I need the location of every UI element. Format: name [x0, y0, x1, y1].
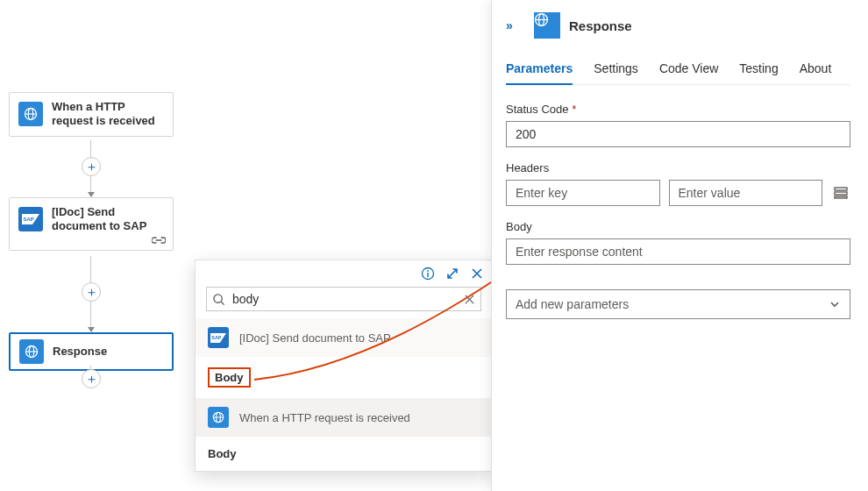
tab-parameters[interactable]: Parameters: [506, 56, 573, 84]
svg-rect-22: [835, 196, 847, 198]
sap-icon: SAP: [208, 327, 229, 348]
panel-title: Response: [569, 18, 632, 33]
token-search-input[interactable]: [231, 291, 459, 307]
svg-point-9: [427, 270, 429, 272]
token-search[interactable]: [206, 287, 481, 311]
body-input[interactable]: [506, 238, 850, 265]
token-group-trigger[interactable]: When a HTTP request is received: [196, 398, 492, 437]
tab-about[interactable]: About: [800, 56, 832, 84]
node-sap[interactable]: SAP [IDoc] Send document to SAP: [9, 197, 174, 251]
svg-rect-21: [835, 192, 847, 195]
token-group-trigger-label: When a HTTP request is received: [239, 411, 410, 424]
token-group-sap[interactable]: SAP [IDoc] Send document to SAP: [196, 318, 492, 357]
headers-label: Headers: [506, 161, 850, 174]
body-label: Body: [506, 220, 850, 233]
search-icon: [212, 293, 225, 306]
tab-settings[interactable]: Settings: [594, 56, 638, 84]
info-icon[interactable]: [420, 266, 436, 281]
clear-search-icon[interactable]: [464, 294, 475, 305]
svg-point-11: [214, 294, 222, 302]
headers-mode-toggle[interactable]: [831, 183, 850, 203]
token-body-trigger[interactable]: Body: [196, 437, 492, 471]
add-action-button[interactable]: ＋: [82, 369, 101, 388]
header-value-input[interactable]: [669, 180, 823, 206]
token-group-sap-label: [IDoc] Send document to SAP: [239, 331, 391, 345]
token-body-sap[interactable]: Body: [196, 357, 492, 398]
add-new-parameters-label: Add new parameters: [516, 297, 629, 311]
sap-icon: SAP: [18, 207, 43, 231]
node-sap-title: [IDoc] Send document to SAP: [52, 205, 164, 234]
expand-icon[interactable]: [445, 266, 460, 281]
token-body-highlight: Body: [208, 367, 251, 388]
connection-icon: [152, 235, 167, 247]
header-key-input[interactable]: [506, 180, 660, 206]
panel-tabs: Parameters Settings Code View Testing Ab…: [506, 56, 850, 85]
details-panel: » Response Parameters Settings Code View…: [491, 0, 868, 491]
add-action-button[interactable]: ＋: [82, 282, 101, 302]
add-action-button[interactable]: ＋: [82, 157, 101, 176]
request-icon: [18, 102, 43, 126]
node-http-trigger-title: When a HTTP request is received: [52, 100, 164, 129]
node-http-trigger[interactable]: When a HTTP request is received: [9, 92, 174, 137]
svg-text:SAP: SAP: [24, 217, 34, 222]
status-code-label: Status Code *: [506, 103, 850, 116]
collapse-panel-button[interactable]: »: [506, 18, 525, 32]
dynamic-content-popup: SAP [IDoc] Send document to SAP Body Whe…: [195, 260, 493, 472]
svg-rect-20: [835, 188, 847, 190]
tab-code-view[interactable]: Code View: [659, 56, 718, 84]
chevron-down-icon: [829, 298, 841, 310]
response-icon: [19, 339, 44, 364]
tab-testing[interactable]: Testing: [739, 56, 778, 84]
request-icon: [208, 407, 229, 428]
status-code-input[interactable]: [506, 121, 850, 147]
svg-text:SAP: SAP: [211, 335, 221, 340]
svg-rect-10: [427, 273, 428, 277]
close-icon[interactable]: [469, 266, 485, 281]
node-response[interactable]: Response: [9, 332, 174, 371]
node-response-title: Response: [53, 345, 107, 359]
response-icon: [534, 12, 560, 39]
add-new-parameters[interactable]: Add new parameters: [506, 289, 850, 319]
